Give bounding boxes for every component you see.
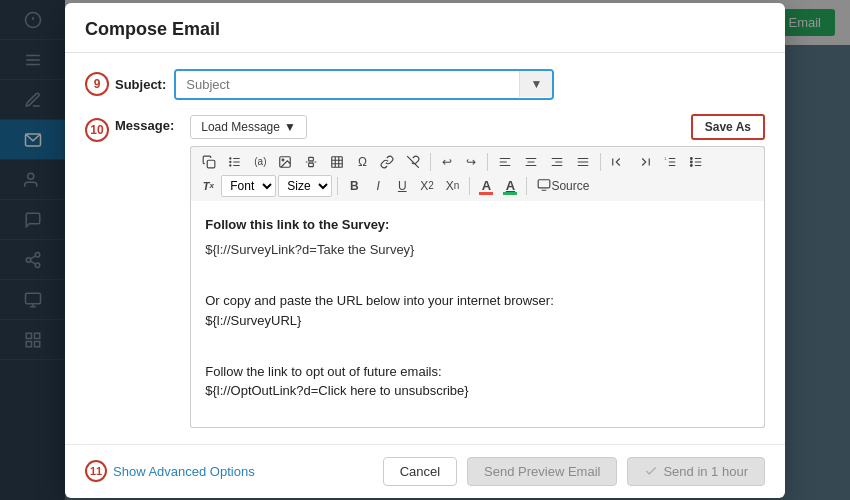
tb-bg-color-btn[interactable]: A (499, 175, 521, 197)
svg-point-28 (283, 159, 285, 161)
subject-row: 9 Subject: ▼ (85, 69, 765, 100)
modal-overlay: Compose Email 9 Subject: ▼ 10 Message: (0, 0, 850, 500)
svg-point-61 (691, 164, 693, 166)
footer-actions: Cancel Send Preview Email Send in 1 hour (383, 457, 765, 486)
tb-size-select[interactable]: Size (278, 175, 332, 197)
load-message-button[interactable]: Load Message ▼ (190, 115, 307, 139)
tb-align-left-btn[interactable] (493, 151, 517, 173)
tb-undo-btn[interactable]: ↩ (436, 151, 458, 173)
step-11-badge: 11 (85, 460, 107, 482)
subject-input[interactable] (176, 71, 519, 98)
tb-superscript-btn[interactable]: Xn (441, 175, 465, 197)
svg-point-59 (691, 157, 693, 159)
tb-page-break-btn[interactable] (299, 151, 323, 173)
tb-image-btn[interactable] (273, 151, 297, 173)
message-content: Load Message ▼ Save As (190, 114, 765, 428)
tb-image-anchor-btn[interactable]: (a) (249, 151, 271, 173)
tb-link-btn[interactable] (375, 151, 399, 173)
tb-font-select[interactable]: Font (221, 175, 276, 197)
tb-table-btn[interactable] (325, 151, 349, 173)
svg-rect-30 (309, 157, 314, 161)
tb-omega-btn[interactable]: Ω (351, 151, 373, 173)
tb-sep-6 (526, 177, 527, 195)
tb-sep-5 (469, 177, 470, 195)
message-left: 10 Message: (85, 114, 182, 142)
tb-underline-btn[interactable]: U (391, 175, 413, 197)
send-preview-button[interactable]: Send Preview Email (467, 457, 617, 486)
tb-italic-btn[interactable]: I (367, 175, 389, 197)
tb-source-btn[interactable]: Source (532, 175, 594, 197)
toolbar-row-1: (a) Ω (197, 151, 758, 173)
toolbar-row-2: Tx Font Size B I U X2 X (197, 175, 758, 197)
editor-top-bar: Load Message ▼ Save As (190, 114, 765, 140)
svg-point-25 (230, 161, 231, 162)
editor-area[interactable]: Follow this link to the Survey: ${l://Su… (190, 201, 765, 428)
tb-outdent-btn[interactable] (632, 151, 656, 173)
tb-font-color-btn[interactable]: A (475, 175, 497, 197)
tb-copy-btn[interactable] (197, 151, 221, 173)
tb-align-right-btn[interactable] (545, 151, 569, 173)
compose-email-modal: Compose Email 9 Subject: ▼ 10 Message: (65, 3, 785, 498)
tb-list-btn[interactable] (223, 151, 247, 173)
tb-redo-btn[interactable]: ↪ (460, 151, 482, 173)
subject-label: Subject: (115, 77, 166, 92)
modal-body: 9 Subject: ▼ 10 Message: Load Mess (65, 53, 785, 444)
subject-input-wrap: ▼ (174, 69, 554, 100)
tb-sep-1 (430, 153, 431, 171)
step-10-badge: 10 (85, 118, 109, 142)
svg-text:1.: 1. (665, 156, 668, 160)
step-9-badge: 9 (85, 72, 109, 96)
svg-rect-31 (309, 163, 314, 167)
svg-point-60 (691, 161, 693, 163)
tb-subscript-btn[interactable]: X2 (415, 175, 439, 197)
modal-footer: 11 Show Advanced Options Cancel Send Pre… (65, 444, 785, 498)
tb-unlink-btn[interactable] (401, 151, 425, 173)
cancel-button[interactable]: Cancel (383, 457, 457, 486)
modal-title: Compose Email (85, 19, 220, 39)
tb-bold-btn[interactable]: B (343, 175, 365, 197)
send-button[interactable]: Send in 1 hour (627, 457, 765, 486)
svg-rect-20 (208, 160, 216, 168)
tb-sep-3 (600, 153, 601, 171)
svg-point-26 (230, 164, 231, 165)
message-label: Message: (115, 118, 174, 133)
svg-point-24 (230, 157, 231, 158)
tb-sep-4 (337, 177, 338, 195)
modal-header: Compose Email (65, 3, 785, 53)
tb-ul-btn[interactable] (684, 151, 708, 173)
tb-clear-format-btn[interactable]: Tx (197, 175, 219, 197)
checkmark-icon (644, 464, 658, 478)
show-advanced-options[interactable]: 11 Show Advanced Options (85, 460, 255, 482)
editor-toolbar: (a) Ω (190, 146, 765, 201)
message-row: 10 Message: Load Message ▼ Save As (85, 114, 765, 428)
save-as-button[interactable]: Save As (691, 114, 765, 140)
tb-ol-btn[interactable]: 1. (658, 151, 682, 173)
tb-sep-2 (487, 153, 488, 171)
tb-align-center-btn[interactable] (519, 151, 543, 173)
tb-justify-btn[interactable] (571, 151, 595, 173)
tb-indent-btn[interactable] (606, 151, 630, 173)
subject-dropdown-btn[interactable]: ▼ (519, 71, 552, 97)
svg-rect-62 (539, 179, 551, 187)
svg-rect-32 (332, 156, 343, 167)
